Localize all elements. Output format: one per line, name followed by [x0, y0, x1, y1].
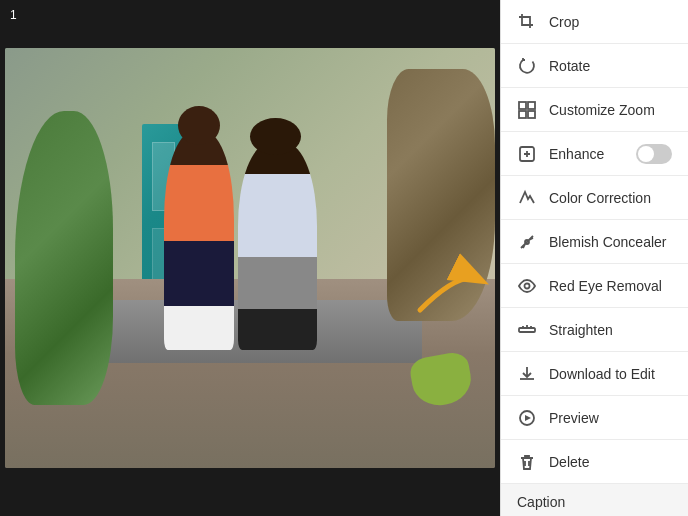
photo-background	[5, 48, 495, 468]
photo-canvas	[0, 0, 500, 516]
rotate-label: Rotate	[549, 58, 672, 74]
straighten-icon	[517, 320, 537, 340]
menu-item-blemish-concealer[interactable]: Blemish Concealer	[501, 220, 688, 264]
menu-item-download-to-edit[interactable]: Download to Edit	[501, 352, 688, 396]
menu-item-crop[interactable]: Crop	[501, 0, 688, 44]
svg-rect-8	[519, 328, 535, 332]
enhance-toggle[interactable]	[636, 144, 672, 164]
straighten-label: Straighten	[549, 322, 672, 338]
crop-label: Crop	[549, 14, 672, 30]
color-correction-icon	[517, 188, 537, 208]
blemish-icon	[517, 232, 537, 252]
customize-zoom-label: Customize Zoom	[549, 102, 672, 118]
svg-point-7	[525, 283, 530, 288]
caption-header[interactable]: Caption	[501, 484, 688, 514]
photo-area: 1	[0, 0, 500, 516]
download-label: Download to Edit	[549, 366, 672, 382]
menu-item-preview[interactable]: Preview	[501, 396, 688, 440]
preview-icon	[517, 408, 537, 428]
enhance-icon	[517, 144, 537, 164]
svg-marker-10	[525, 415, 531, 421]
menu-item-delete[interactable]: Delete	[501, 440, 688, 484]
red-eye-label: Red Eye Removal	[549, 278, 672, 294]
delete-label: Delete	[549, 454, 672, 470]
color-correction-label: Color Correction	[549, 190, 672, 206]
download-icon	[517, 364, 537, 384]
rotate-icon	[517, 56, 537, 76]
delete-icon	[517, 452, 537, 472]
menu-item-red-eye-removal[interactable]: Red Eye Removal	[501, 264, 688, 308]
preview-label: Preview	[549, 410, 672, 426]
svg-rect-1	[519, 102, 526, 109]
menu-item-color-correction[interactable]: Color Correction	[501, 176, 688, 220]
eye-icon	[517, 276, 537, 296]
enhance-label: Enhance	[549, 146, 624, 162]
svg-rect-3	[519, 111, 526, 118]
svg-rect-2	[528, 102, 535, 109]
menu-item-customize-zoom[interactable]: Customize Zoom	[501, 88, 688, 132]
menu-item-enhance[interactable]: Enhance	[501, 132, 688, 176]
menu-item-rotate[interactable]: Rotate	[501, 44, 688, 88]
menu-item-straighten[interactable]: Straighten	[501, 308, 688, 352]
svg-rect-4	[528, 111, 535, 118]
zoom-icon	[517, 100, 537, 120]
crop-icon	[517, 12, 537, 32]
blemish-label: Blemish Concealer	[549, 234, 672, 250]
right-panel: Crop Rotate Customize Zoom Enhance	[500, 0, 688, 516]
slide-number: 1	[10, 8, 17, 22]
